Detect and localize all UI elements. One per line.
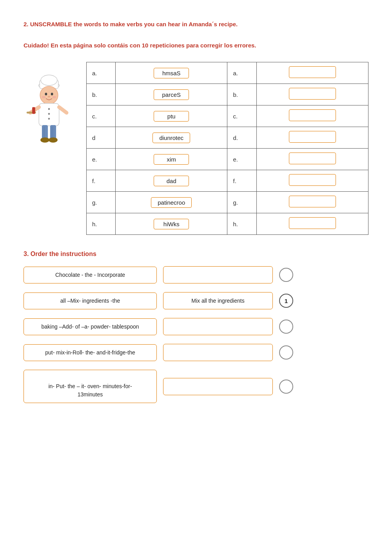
- instruction-middle-2[interactable]: Mix all the ingredients: [163, 292, 273, 309]
- instruction-middle-1[interactable]: [163, 266, 273, 283]
- scramble-word-c1: ptu: [154, 111, 189, 122]
- answer-input-c1[interactable]: [289, 109, 336, 121]
- instruction-circle-4[interactable]: [279, 345, 293, 360]
- row-label-h1: h.: [87, 213, 116, 235]
- table-row: g. patinecroo g.: [87, 192, 368, 213]
- section2-instructions: 2. UNSCRAMBLE the words to make verbs yo…: [24, 20, 368, 50]
- row-label-g2: g.: [227, 192, 256, 213]
- row-label-g1: g.: [87, 192, 116, 213]
- svg-rect-16: [32, 107, 35, 114]
- row-label-c2: c.: [227, 105, 256, 127]
- unscramble-table: a. hmsaS a. b. parceS b. c. ptu c.: [86, 62, 368, 235]
- scramble-cell-f1: dad: [116, 170, 227, 192]
- row-label-f1: f.: [87, 170, 116, 192]
- table-row: c. ptu c.: [87, 105, 368, 127]
- answer-input-f1[interactable]: [289, 174, 336, 186]
- table-row: h. hiWks h.: [87, 213, 368, 235]
- scramble-cell-e1: xim: [116, 149, 227, 170]
- row-label-e1: e.: [87, 149, 116, 170]
- answer-input-g1[interactable]: [289, 196, 336, 207]
- svg-line-15: [59, 107, 67, 113]
- answer-cell-g1[interactable]: [256, 192, 368, 213]
- row-label-d2: d.: [227, 127, 256, 149]
- svg-point-5: [51, 93, 53, 96]
- scramble-word-d1: diunrotec: [152, 133, 190, 143]
- table-row: b. parceS b.: [87, 84, 368, 105]
- table-row: f. dad f.: [87, 170, 368, 192]
- row-label-b1: b.: [87, 84, 116, 105]
- table-row: d diunrotec d.: [87, 127, 368, 149]
- instruction-circle-2[interactable]: 1: [279, 294, 293, 308]
- answer-cell-e1[interactable]: [256, 149, 368, 170]
- svg-point-4: [45, 93, 47, 96]
- scramble-word-g1: patinecroo: [151, 197, 192, 208]
- row-label-h2: h.: [227, 213, 256, 235]
- instruction-left-3: baking –Add- of –a- powder- tablespoon: [24, 318, 157, 335]
- svg-point-12: [48, 118, 50, 120]
- svg-point-7: [53, 96, 56, 98]
- svg-point-6: [42, 96, 46, 98]
- answer-cell-c1[interactable]: [256, 105, 368, 127]
- row-label-e2: e.: [227, 149, 256, 170]
- instruction-circle-1[interactable]: [279, 268, 293, 282]
- scramble-cell-g1: patinecroo: [116, 192, 227, 213]
- chef-illustration: [24, 70, 78, 150]
- instruction-middle-3[interactable]: [163, 318, 273, 335]
- answer-input-d1[interactable]: [289, 131, 336, 143]
- answer-input-h1[interactable]: [289, 217, 336, 229]
- table-row: a. hmsaS a.: [87, 62, 368, 84]
- instruction-left-4: put- mix-in-Roll- the- and-it-fridge-the: [24, 344, 157, 361]
- svg-point-3: [40, 86, 58, 104]
- instruction-middle-4[interactable]: [163, 344, 273, 361]
- svg-rect-18: [50, 125, 56, 139]
- section3-title: 3. Order the instructions: [24, 251, 368, 258]
- instruction-circle-5[interactable]: [279, 380, 293, 394]
- instruction-left-1: Chocolate - the - Incorporate: [24, 267, 157, 283]
- answer-cell-h1[interactable]: [256, 213, 368, 235]
- svg-point-20: [49, 137, 58, 142]
- instruction-circle-3[interactable]: [279, 320, 293, 334]
- instruction-row-5: in- Put- the – it- oven- minutes-for- 13…: [24, 370, 368, 403]
- svg-point-19: [40, 137, 49, 142]
- scramble-word-a1: hmsaS: [154, 68, 189, 78]
- svg-rect-17: [42, 125, 48, 139]
- answer-input-b1[interactable]: [289, 88, 336, 100]
- answer-cell-f1[interactable]: [256, 170, 368, 192]
- instruction-row-3: baking –Add- of –a- powder- tablespoon: [24, 318, 368, 335]
- section3: 3. Order the instructions Chocolate - th…: [24, 251, 368, 403]
- instruction-left-5: in- Put- the – it- oven- minutes-for- 13…: [24, 370, 157, 403]
- instruction-middle-5[interactable]: [163, 378, 273, 395]
- answer-input-a1[interactable]: [289, 66, 336, 78]
- scramble-word-e1: xim: [154, 154, 189, 165]
- scramble-cell-h1: hiWks: [116, 213, 227, 235]
- section2-container: a. hmsaS a. b. parceS b. c. ptu c.: [24, 62, 368, 235]
- answer-cell-d1[interactable]: [256, 127, 368, 149]
- answer-input-e1[interactable]: [289, 153, 336, 164]
- scramble-cell-c1: ptu: [116, 105, 227, 127]
- row-label-a2: a.: [227, 62, 256, 84]
- answer-cell-b1[interactable]: [256, 84, 368, 105]
- row-label-d1: d: [87, 127, 116, 149]
- scramble-cell-b1: parceS: [116, 84, 227, 105]
- instruction-row-4: put- mix-in-Roll- the- and-it-fridge-the: [24, 344, 368, 361]
- instruction-row-2: all –Mix- ingredients -the Mix all the i…: [24, 292, 368, 309]
- scramble-word-f1: dad: [154, 176, 189, 186]
- scramble-word-h1: hiWks: [154, 219, 189, 229]
- svg-point-11: [48, 113, 50, 115]
- instruction-row-1: Chocolate - the - Incorporate: [24, 266, 368, 283]
- table-row: e. xim e.: [87, 149, 368, 170]
- instruction-line1: 2. UNSCRAMBLE the words to make verbs yo…: [24, 20, 368, 29]
- scramble-word-b1: parceS: [154, 89, 189, 100]
- answer-cell-a1[interactable]: [256, 62, 368, 84]
- scramble-cell-d1: diunrotec: [116, 127, 227, 149]
- svg-point-8: [48, 96, 50, 98]
- row-label-b2: b.: [227, 84, 256, 105]
- svg-point-2: [41, 75, 57, 85]
- instruction-left-2: all –Mix- ingredients -the: [24, 292, 157, 309]
- row-label-a1: a.: [87, 62, 116, 84]
- instruction-line2: Cuidado! En esta página solo contáis con…: [24, 41, 368, 50]
- svg-point-10: [48, 108, 50, 110]
- row-label-c1: c.: [87, 105, 116, 127]
- row-label-f2: f.: [227, 170, 256, 192]
- scramble-cell-a1: hmsaS: [116, 62, 227, 84]
